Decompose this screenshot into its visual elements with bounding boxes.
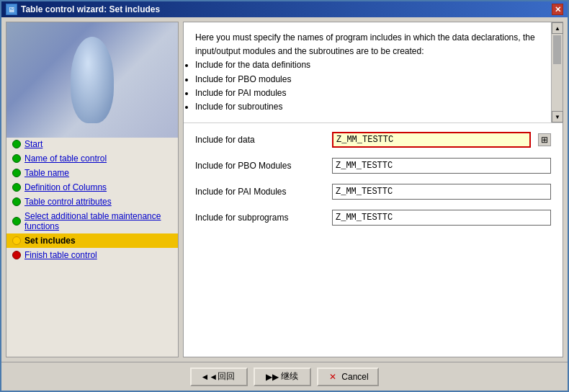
form-area: Include for data⊞Include for PBO Modules… [184,123,563,357]
nav-label-name: Name of table control [24,153,107,164]
nav-item-additional[interactable]: Select additional table maintenance func… [6,209,178,233]
nav-item-start[interactable]: Start [6,137,178,151]
title-bar-left: 🖥 Table control wizard: Set includes [6,4,160,15]
form-label-data: Include for data [195,135,325,145]
right-panel: Here you must specify the names of progr… [183,22,563,357]
bullet-item: Include for PBO modules [195,73,539,86]
description-content: Here you must specify the names of progr… [184,22,551,122]
form-input-data[interactable] [332,132,531,148]
cancel-button[interactable]: ✕ Cancel [317,368,378,386]
status-dot-start [12,140,21,148]
status-dot-finish [12,251,21,259]
next-icon: ▶▶ [266,371,278,383]
nav-label-start: Start [24,139,42,149]
form-input-sub[interactable] [332,210,551,226]
scroll-thumb [553,35,561,64]
description-container: Here you must specify the names of progr… [184,22,563,123]
nav-item-table-name[interactable]: Table name [6,166,178,180]
scroll-down-button[interactable]: ▼ [552,111,563,122]
back-icon: ◄◄ [203,371,215,383]
form-label-sub: Include for subprograms [195,213,325,223]
nav-label-additional: Select additional table maintenance func… [24,211,172,231]
bottom-bar: ◄◄ 回回 ▶▶ 继续 ✕ Cancel [1,362,568,391]
form-row-sub: Include for subprograms [195,210,551,226]
bullet-item: Include for the data definitions [195,58,539,72]
form-label-pai: Include for PAI Modules [195,187,325,197]
status-dot-attributes [12,197,21,206]
form-label-pbo: Include for PBO Modules [195,161,325,171]
nav-list: StartName of table controlTable nameDefi… [6,134,178,265]
description-bullets: Include for the data definitionsInclude … [195,58,539,114]
cancel-label: Cancel [341,372,368,382]
input-browse-icon-data[interactable]: ⊞ [538,133,551,146]
nav-label-attributes: Table control attributes [24,197,112,207]
nav-item-set-includes[interactable]: Set includes [6,233,178,248]
right-panel-inner: Here you must specify the names of progr… [184,22,563,357]
form-row-data: Include for data⊞ [195,132,551,148]
form-input-pbo[interactable] [332,158,551,174]
window-icon: 🖥 [6,4,17,15]
status-dot-additional [12,217,21,226]
nav-label-finish: Finish table control [24,250,97,260]
status-dot-set-includes [12,236,21,245]
form-row-pai: Include for PAI Modules [195,184,551,200]
nav-item-finish[interactable]: Finish table control [6,248,178,262]
nav-label-definition: Definition of Columns [24,182,107,192]
back-button[interactable]: ◄◄ 回回 [190,368,248,386]
panel-decoration [71,37,114,123]
status-dot-name [12,154,21,163]
nav-item-attributes[interactable]: Table control attributes [6,195,178,209]
main-window: 🖥 Table control wizard: Set includes ✕ S… [0,0,569,392]
description-text: Here you must specify the names of progr… [195,32,535,56]
nav-label-table-name: Table name [24,168,69,178]
window-title: Table control wizard: Set includes [21,4,160,14]
form-input-pai[interactable] [332,184,551,200]
next-button[interactable]: ▶▶ 继续 [254,368,311,386]
form-row-pbo: Include for PBO Modules [195,158,551,174]
close-button[interactable]: ✕ [552,4,563,15]
nav-item-definition[interactable]: Definition of Columns [6,180,178,195]
scroll-space [552,66,563,111]
bullet-item: Include for subroutines [195,100,539,114]
title-bar: 🖥 Table control wizard: Set includes ✕ [1,1,568,17]
status-dot-table-name [12,169,21,177]
description-scrollbar: ▲ ▼ [551,22,563,122]
back-label: 回回 [218,370,235,383]
bullet-item: Include for PAI modules [195,86,539,100]
nav-label-set-includes: Set includes [24,236,76,246]
status-dot-definition [12,183,21,192]
left-nav-panel: StartName of table controlTable nameDefi… [6,22,179,357]
cancel-icon: ✕ [327,371,339,383]
content-area: StartName of table controlTable nameDefi… [1,17,568,362]
scroll-up-button[interactable]: ▲ [552,22,563,34]
next-label: 继续 [281,370,298,383]
nav-item-name[interactable]: Name of table control [6,151,178,166]
